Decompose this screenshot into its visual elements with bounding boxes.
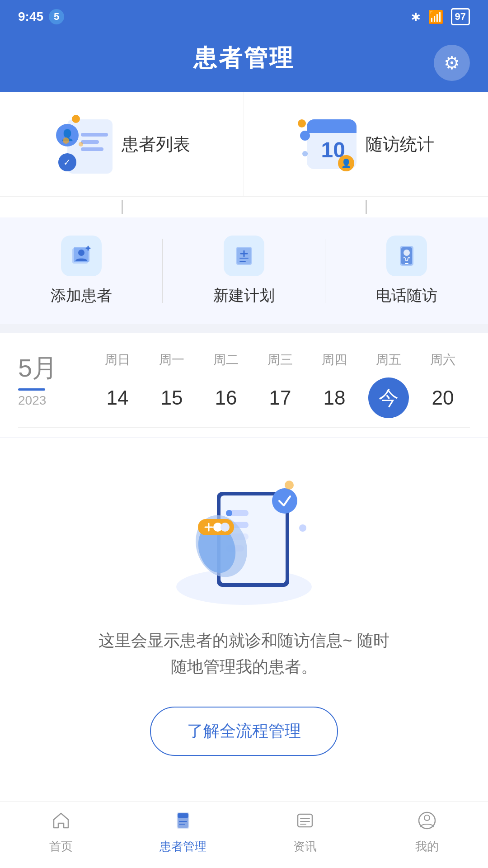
news-icon <box>295 811 315 835</box>
nav-patient-mgmt[interactable]: 患者管理 <box>122 811 244 854</box>
days-grid: 周日 周一 周二 周三 周四 周五 周六 14 15 16 17 18 今 20 <box>90 351 470 418</box>
page-title: 患者管理 <box>193 42 295 74</box>
nav-news-label: 资讯 <box>293 839 317 854</box>
svg-point-2 <box>78 250 84 256</box>
day-16[interactable]: 16 <box>199 377 253 418</box>
svg-point-32 <box>299 524 306 532</box>
empty-state: 这里会显示患者的就诊和随访信息~ 随时随地管理我的患者。 了解全流程管理 <box>0 438 488 801</box>
patient-list-button[interactable]: 👤 ✓ 患者列表 <box>0 92 244 196</box>
day-15[interactable]: 15 <box>145 377 199 418</box>
add-patient-button[interactable]: 添加患者 <box>0 217 163 324</box>
calendar-divider <box>18 427 470 428</box>
calendar-section: 5月 2023 周日 周一 周二 周三 周四 周五 周六 14 15 16 17… <box>0 333 488 437</box>
svg-point-13 <box>404 250 410 256</box>
new-plan-icon <box>224 236 264 276</box>
weekday-wed: 周三 <box>253 351 307 377</box>
empty-description: 这里会显示患者的就诊和随访信息~ 随时随地管理我的患者。 <box>99 627 389 679</box>
month-underline <box>18 388 45 391</box>
quick-actions-bottom: 添加患者 新建计划 <box>0 217 488 324</box>
svg-point-26 <box>272 488 297 514</box>
svg-point-44 <box>424 815 430 821</box>
patient-list-label: 患者列表 <box>122 133 190 156</box>
empty-illustration <box>158 465 330 609</box>
header: 患者管理 ⚙ <box>0 33 488 92</box>
year-label: 2023 <box>18 393 46 408</box>
nav-home[interactable]: 首页 <box>0 811 122 854</box>
day-17[interactable]: 17 <box>253 377 307 418</box>
learn-more-button[interactable]: 了解全流程管理 <box>150 707 338 756</box>
quick-actions-top: 👤 ✓ 患者列表 10 👤 随访统计 <box>0 92 488 197</box>
new-plan-label: 新建计划 <box>213 285 275 306</box>
new-plan-button[interactable]: 新建计划 <box>163 217 325 324</box>
weekday-sat: 周六 <box>416 351 470 377</box>
weekday-thu: 周四 <box>307 351 361 377</box>
nav-mine-label: 我的 <box>415 839 439 854</box>
weekday-fri: 周五 <box>361 351 416 377</box>
day-18[interactable]: 18 <box>307 377 361 418</box>
nav-news[interactable]: 资讯 <box>244 811 366 854</box>
svg-rect-19 <box>226 510 232 516</box>
wifi-icon: 📶 <box>428 9 444 24</box>
svg-point-33 <box>285 481 294 490</box>
status-right: ∗ 📶 97 <box>410 8 470 25</box>
gear-icon: ⚙ <box>444 52 460 73</box>
phone-visit-label: 电话随访 <box>376 285 437 306</box>
weekday-mon: 周一 <box>145 351 199 377</box>
nav-mine[interactable]: 我的 <box>366 811 488 854</box>
calendar-header: 5月 2023 周日 周一 周二 周三 周四 周五 周六 14 15 16 17… <box>18 351 470 418</box>
svg-rect-39 <box>298 814 312 827</box>
month-block: 5月 2023 <box>18 351 72 408</box>
weekday-tue: 周二 <box>199 351 253 377</box>
phone-visit-button[interactable]: 电话随访 <box>325 217 488 324</box>
bottom-nav: 首页 患者管理 资讯 <box>0 801 488 868</box>
day-14[interactable]: 14 <box>90 377 145 418</box>
mine-icon <box>417 811 437 835</box>
nav-home-label: 首页 <box>49 839 73 854</box>
phone-visit-icon <box>386 236 427 276</box>
weekday-sun: 周日 <box>90 351 145 377</box>
home-icon <box>51 811 71 835</box>
settings-button[interactable]: ⚙ <box>434 45 470 81</box>
status-notification: 5 <box>49 9 64 24</box>
status-time: 9:45 <box>18 9 43 24</box>
battery-icon: 97 <box>451 8 470 25</box>
patient-list-icon: 👤 ✓ <box>54 115 113 174</box>
status-left: 9:45 5 <box>18 9 64 24</box>
patient-mgmt-icon <box>173 811 193 835</box>
followup-icon: 10 👤 <box>298 115 357 174</box>
status-bar: 9:45 5 ∗ 📶 97 <box>0 0 488 33</box>
followup-stats-button[interactable]: 10 👤 随访统计 <box>244 92 488 196</box>
svg-point-31 <box>221 523 230 532</box>
day-20[interactable]: 20 <box>416 377 470 418</box>
quick-actions-card: 👤 ✓ 患者列表 10 👤 随访统计 <box>0 92 488 324</box>
day-today[interactable]: 今 <box>368 377 409 418</box>
connector-row <box>0 197 488 217</box>
svg-rect-36 <box>178 813 188 818</box>
followup-stats-label: 随访统计 <box>366 133 434 156</box>
add-patient-icon <box>61 236 102 276</box>
add-patient-label: 添加患者 <box>51 285 112 306</box>
month-label: 5月 <box>18 351 57 386</box>
check-icon: ✓ <box>58 153 76 171</box>
nav-patient-mgmt-label: 患者管理 <box>160 839 206 854</box>
bluetooth-icon: ∗ <box>410 9 421 24</box>
